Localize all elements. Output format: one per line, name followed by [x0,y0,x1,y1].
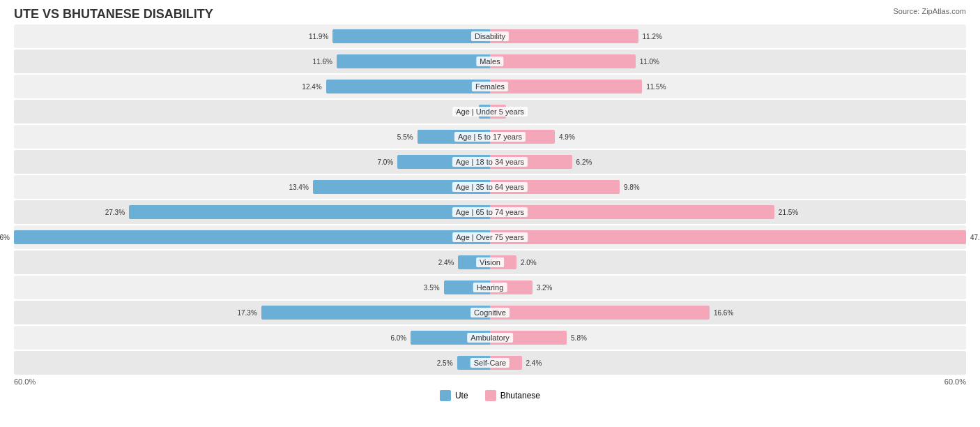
page-container: UTE VS BHUTANESE DISABILITY Source: ZipA… [14,7,966,401]
left-bar-container: 13.4% [14,175,490,199]
right-value: 21.5% [779,209,798,216]
right-value: 11.5% [646,83,666,91]
chart-title: UTE VS BHUTANESE DISABILITY [14,7,213,22]
left-value: 2.5% [437,359,453,367]
right-bar-container: 21.5% [490,200,966,224]
left-value: 11.6% [313,58,332,66]
left-bar-container: 0.86% [14,100,490,123]
left-bar: 27.3% [129,205,490,219]
legend-ute: Ute [440,390,468,401]
right-bar-container: 16.6% [490,301,966,324]
row-center-label: Age | 18 to 34 years [452,157,528,167]
right-value: 9.8% [624,183,640,191]
axis-left-label: 60.0% [14,377,36,386]
source-label: Source: ZipAtlas.com [893,7,966,15]
legend-bhutanese: Bhutanese [485,390,540,401]
left-value: 13.4% [289,183,308,191]
chart-row: 2.4%2.0%Vision [14,250,966,274]
right-bar: 11.5% [490,80,642,93]
right-bar-container: 9.8% [490,175,966,199]
left-bar-container: 6.0% [14,326,490,350]
chart-row: 11.9%11.2%Disability [14,24,966,48]
right-value: 2.4% [526,359,542,367]
right-bar-container: 6.2% [490,150,966,174]
chart-row: 3.5%3.2%Hearing [14,276,966,299]
left-bar-container: 5.5% [14,125,490,149]
left-bar-container: 7.0% [14,150,490,174]
axis-right-label: 60.0% [944,377,966,386]
right-value: 11.0% [640,58,659,66]
right-value: 5.8% [571,334,587,342]
chart-row: 5.5%4.9%Age | 5 to 17 years [14,125,966,149]
chart-row: 12.4%11.5%Females [14,75,966,98]
legend-bhutanese-box [485,390,496,401]
right-value: 4.9% [559,133,575,141]
left-bar: 17.3% [261,306,490,320]
right-bar: 21.5% [490,205,774,219]
left-bar: 12.4% [326,80,490,93]
left-value: 11.9% [309,33,328,40]
left-value: 27.3% [105,209,125,216]
row-center-label: Age | Under 5 years [452,107,528,117]
right-bar-container: 3.2% [490,276,966,299]
row-center-label: Disability [471,31,509,41]
row-center-label: Age | 35 to 64 years [452,182,528,192]
legend-ute-box [440,390,451,401]
left-value: 5.5% [397,133,413,141]
chart-row: 0.86%1.2%Age | Under 5 years [14,100,966,123]
left-bar-container: 52.6% [14,225,490,249]
chart-row: 11.6%11.0%Males [14,50,966,73]
right-bar-container: 11.2% [490,24,966,48]
chart-row: 7.0%6.2%Age | 18 to 34 years [14,150,966,174]
left-bar: 11.6% [337,54,490,68]
right-bar-container: 2.0% [490,250,966,274]
row-center-label: Cognitive [470,308,510,317]
right-value: 3.2% [537,284,553,292]
chart-row: 6.0%5.8%Ambulatory [14,326,966,350]
right-bar-container: 2.4% [490,351,966,375]
left-value: 52.6% [0,234,10,241]
left-value: 7.0% [377,158,393,166]
right-bar-container: 4.9% [490,125,966,149]
chart-row: 17.3%16.6%Cognitive [14,301,966,324]
right-bar-container: 47.1% [490,225,966,249]
right-bar-container: 5.8% [490,326,966,350]
left-bar-container: 2.5% [14,351,490,375]
chart-row: 52.6%47.1%Age | Over 75 years [14,225,966,249]
left-bar-container: 11.9% [14,24,490,48]
legend: Ute Bhutanese [14,390,966,401]
right-value: 11.2% [643,33,662,40]
right-value: 2.0% [521,259,537,267]
legend-bhutanese-label: Bhutanese [500,391,540,400]
row-center-label: Age | Over 75 years [452,232,528,242]
right-value: 16.6% [714,309,733,317]
legend-ute-label: Ute [455,391,468,400]
left-bar-container: 12.4% [14,75,490,98]
left-bar-container: 3.5% [14,276,490,299]
right-bar-container: 11.5% [490,75,966,98]
chart-row: 2.5%2.4%Self-Care [14,351,966,375]
left-value: 6.0% [390,334,406,342]
left-bar-container: 2.4% [14,250,490,274]
chart-row: 13.4%9.8%Age | 35 to 64 years [14,175,966,199]
row-center-label: Age | 65 to 74 years [452,207,528,217]
right-value: 6.2% [576,158,592,166]
left-value: 17.3% [237,309,257,317]
chart-wrapper: 11.9%11.2%Disability11.6%11.0%Males12.4%… [14,24,966,401]
right-bar: 11.0% [490,54,636,68]
left-value: 2.4% [438,259,454,267]
row-center-label: Self-Care [470,358,510,368]
row-center-label: Vision [476,257,504,267]
row-center-label: Females [472,82,508,91]
left-bar-container: 27.3% [14,200,490,224]
left-bar-container: 17.3% [14,301,490,324]
right-bar-container: 11.0% [490,50,966,73]
right-value: 47.1% [970,234,980,241]
left-value: 12.4% [302,83,321,91]
left-value: 3.5% [424,284,440,292]
row-center-label: Hearing [473,283,507,292]
chart-row: 27.3%21.5%Age | 65 to 74 years [14,200,966,224]
row-center-label: Males [476,57,503,66]
right-bar: 16.6% [490,306,710,320]
right-bar: 11.2% [490,29,638,43]
